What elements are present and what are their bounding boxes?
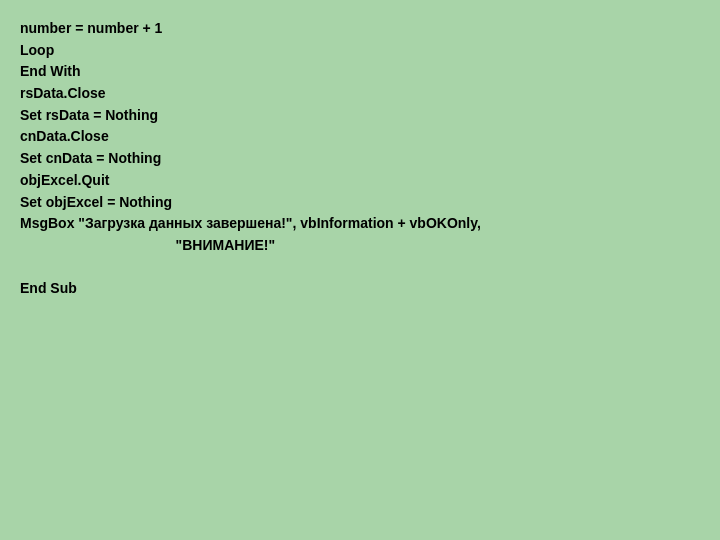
code-empty-line xyxy=(20,257,700,279)
code-line: End Sub xyxy=(20,278,700,300)
code-line: number = number + 1 xyxy=(20,18,700,40)
code-line: Set rsData = Nothing xyxy=(20,105,700,127)
code-line: MsgBox "Загрузка данных завершена!", vbI… xyxy=(20,213,700,235)
code-line: "ВНИМАНИЕ!" xyxy=(20,235,700,257)
code-line: End With xyxy=(20,61,700,83)
code-line: rsData.Close xyxy=(20,83,700,105)
code-line: Set objExcel = Nothing xyxy=(20,192,700,214)
code-line: Set cnData = Nothing xyxy=(20,148,700,170)
code-block: number = number + 1LoopEnd WithrsData.Cl… xyxy=(0,0,720,318)
code-line: cnData.Close xyxy=(20,126,700,148)
code-line: objExcel.Quit xyxy=(20,170,700,192)
code-line: Loop xyxy=(20,40,700,62)
